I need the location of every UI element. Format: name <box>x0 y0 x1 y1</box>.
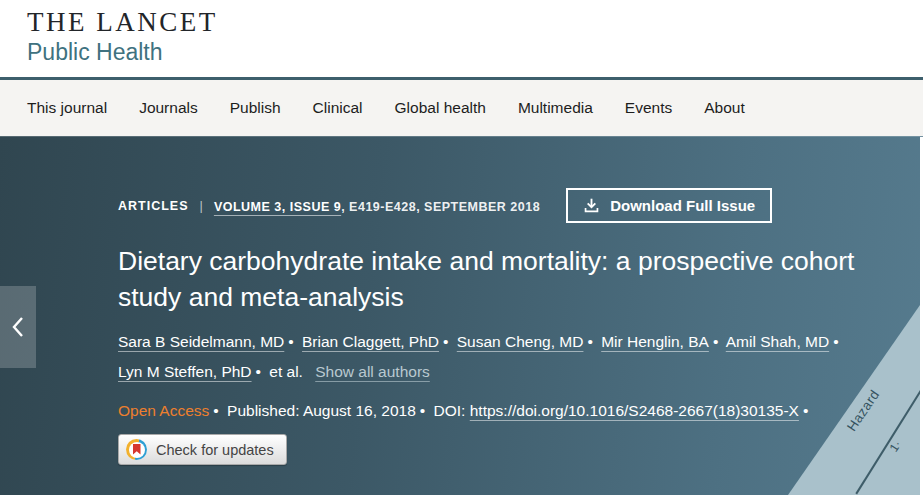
article-header-content: ARTICLES | VOLUME 3, ISSUE 9, E419-E428,… <box>118 187 908 465</box>
article-hero-banner: ARTICLES | VOLUME 3, ISSUE 9, E419-E428,… <box>0 136 923 495</box>
issue-meta: , E419-E428, SEPTEMBER 2018 <box>341 200 540 214</box>
bullet-separator: • <box>420 402 425 419</box>
carousel-previous-button[interactable] <box>0 286 36 368</box>
lancet-article-page: THE LANCET Public Health This journal Jo… <box>0 0 923 495</box>
nav-item-clinical[interactable]: Clinical <box>313 99 363 117</box>
chevron-left-icon <box>9 314 27 340</box>
published-date: Published: August 16, 2018 <box>227 402 416 419</box>
bullet-separator: • <box>288 333 293 350</box>
crossmark-icon <box>126 439 147 460</box>
bullet-separator: • <box>443 333 448 350</box>
article-title: Dietary carbohydrate intake and mortalit… <box>118 243 908 315</box>
author-link[interactable]: Brian Claggett, PhD <box>302 333 439 350</box>
bullet-separator: • <box>803 402 808 419</box>
nav-item-multimedia[interactable]: Multimedia <box>518 99 593 117</box>
logo-journal-title: Public Health <box>27 38 218 66</box>
logo-family-name: THE LANCET <box>27 6 218 38</box>
bullet-separator: • <box>587 333 592 350</box>
et-al-label: et al. <box>269 363 303 380</box>
nav-item-publish[interactable]: Publish <box>230 99 281 117</box>
show-all-authors-link[interactable]: Show all authors <box>315 363 430 380</box>
author-link[interactable]: Susan Cheng, MD <box>457 333 584 350</box>
bullet-separator: • <box>713 333 718 350</box>
kicker-separator: | <box>200 198 203 213</box>
article-kicker-row: ARTICLES | VOLUME 3, ISSUE 9, E419-E428,… <box>118 187 908 224</box>
main-nav: This journal Journals Publish Clinical G… <box>0 80 923 136</box>
doi-link[interactable]: https://doi.org/10.1016/S2468-2667(18)30… <box>470 402 799 419</box>
nav-item-journals[interactable]: Journals <box>139 99 198 117</box>
bullet-separator: • <box>833 333 838 350</box>
download-icon <box>583 197 600 214</box>
nav-item-about[interactable]: About <box>704 99 745 117</box>
nav-item-this-journal[interactable]: This journal <box>27 99 107 117</box>
bullet-separator: • <box>256 363 261 380</box>
check-for-updates-button[interactable]: Check for updates <box>118 434 287 465</box>
download-button-label: Download Full Issue <box>610 197 755 214</box>
site-header: THE LANCET Public Health <box>0 0 923 77</box>
section-label: ARTICLES <box>118 199 189 213</box>
author-link[interactable]: Lyn M Steffen, PhD <box>118 363 252 380</box>
author-link[interactable]: Sara B Seidelmann, MD <box>118 333 284 350</box>
nav-item-events[interactable]: Events <box>625 99 672 117</box>
author-link[interactable]: Mir Henglin, BA <box>601 333 709 350</box>
journal-logo[interactable]: THE LANCET Public Health <box>27 6 218 66</box>
author-link[interactable]: Amil Shah, MD <box>726 333 829 350</box>
bullet-separator: • <box>213 402 218 419</box>
crossmark-label: Check for updates <box>156 442 274 458</box>
publication-meta-row: Open Access• Published: August 16, 2018•… <box>118 402 908 420</box>
issue-link[interactable]: VOLUME 3, ISSUE 9 <box>214 200 341 214</box>
author-list: Sara B Seidelmann, MD• Brian Claggett, P… <box>118 327 868 387</box>
open-access-badge: Open Access <box>118 402 209 419</box>
nav-item-global-health[interactable]: Global health <box>395 99 486 117</box>
download-full-issue-button[interactable]: Download Full Issue <box>566 188 772 223</box>
doi-label: DOI: <box>434 402 466 419</box>
